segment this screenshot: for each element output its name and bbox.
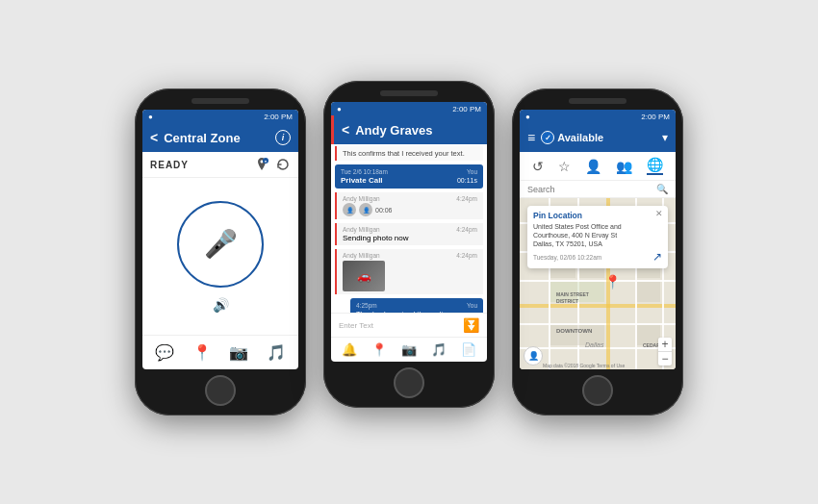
svg-text:MAIN STREET: MAIN STREET [556, 291, 589, 297]
photo-thumbnail[interactable]: 🚗 [343, 261, 385, 291]
info-icon-1[interactable]: i [275, 130, 291, 145]
audio-icon[interactable]: 🎵 [267, 343, 286, 362]
svg-rect-5 [520, 280, 676, 282]
volume-icon[interactable]: 🔊 [213, 297, 229, 313]
svg-rect-7 [520, 323, 676, 325]
map-avatar-icon: 👤 [528, 351, 539, 361]
system-msg: This confirms that I received your text. [335, 146, 483, 161]
scroll-down-icon[interactable]: ⏬ [463, 317, 479, 333]
status-time-2: 2:00 PM [452, 105, 481, 113]
audio-duration: 00:06 [375, 207, 393, 214]
map-view[interactable]: MAIN STREET DISTRICT DOWNTOWN Dallas CED… [520, 198, 676, 369]
back-button-2[interactable]: < [342, 122, 349, 138]
call-sender: You [467, 168, 477, 175]
chat-icon[interactable]: 💬 [155, 343, 174, 362]
check-icon: ✓ [541, 131, 554, 144]
chat-input-bar: Enter Text ⏬ [331, 313, 487, 337]
text-msg: Andy Milligan 4:24pm Sending photo now [335, 223, 483, 245]
back-button-1[interactable]: < [150, 130, 158, 145]
doc-icon[interactable]: 📄 [461, 342, 476, 357]
phone-3: ● 2:00 PM ≡ ✓ Available ▾ ↺ ☆ 👤 👥 🌐 [512, 88, 683, 416]
pin-popup: ✕ Pin Location United States Post Office… [527, 206, 668, 268]
text-content: Sending photo now [343, 234, 477, 242]
private-call-msg: Tue 2/6 10:18am You Private Call 00:11s [335, 164, 483, 189]
phone-1-title: Central Zone [164, 131, 269, 145]
location-pin-icon[interactable]: ● [254, 157, 269, 172]
phone-3-screen: ● 2:00 PM ≡ ✓ Available ▾ ↺ ☆ 👤 👥 🌐 [520, 110, 676, 369]
phone-top-notch [192, 98, 249, 104]
refresh-icon[interactable] [275, 157, 291, 172]
svg-text:DOWNTOWN: DOWNTOWN [556, 328, 592, 334]
status-bar-1: ● 2:00 PM [142, 110, 298, 123]
map-header: ≡ ✓ Available ▾ [520, 123, 676, 152]
call-date: Tue 2/6 10:18am [341, 168, 388, 175]
phone-1-home-btn[interactable] [205, 375, 236, 406]
available-label: Available [557, 132, 603, 143]
svg-text:Dallas: Dallas [585, 341, 604, 348]
mic-icon: 🎤 [204, 228, 238, 260]
status-bar-2: ● 2:00 PM [331, 102, 487, 115]
phone-2-notch [380, 90, 438, 96]
camera-icon[interactable]: 📷 [229, 343, 248, 362]
phone-2-home-btn[interactable] [394, 367, 424, 398]
svg-rect-6 [520, 304, 676, 308]
chat-title: Andy Graves [355, 123, 479, 138]
available-badge: ✓ Available [541, 131, 603, 144]
phone-3-notch [569, 98, 626, 104]
svg-rect-22 [637, 282, 660, 302]
chat-camera-icon[interactable]: 📷 [401, 342, 417, 357]
you-msg: 4:25pm You Thanks. I received the audio … [350, 298, 483, 313]
audio-avatar: 👤 [343, 203, 356, 216]
ready-icons: ● [254, 157, 291, 172]
photo-icon: 🚗 [357, 269, 371, 283]
network-icon[interactable]: 🌐 [647, 157, 663, 175]
photo-sender: Andy Milligan [343, 252, 380, 259]
audio-sender: Andy Milligan [343, 195, 380, 202]
map-zoom-controls: + − [658, 338, 672, 365]
phone-1-screen: ● 2:00 PM < Central Zone i READY ● [142, 110, 298, 369]
chat-audio-icon[interactable]: 🎵 [431, 342, 447, 357]
phone-1-header: < Central Zone i [142, 123, 298, 152]
phone-3-home-btn[interactable] [582, 375, 613, 406]
phone-2: ● 2:00 PM < Andy Graves This confirms th… [323, 81, 495, 408]
map-avatar-button[interactable]: 👤 [524, 346, 543, 365]
audio-time: 4:24pm [456, 195, 477, 202]
chat-input-placeholder[interactable]: Enter Text [339, 321, 459, 330]
history-icon[interactable]: ↺ [532, 159, 544, 174]
popup-close-icon[interactable]: ✕ [655, 209, 663, 218]
call-duration: 00:11s [457, 177, 477, 184]
audio-avatar-2: 👤 [359, 203, 372, 216]
search-bar: 🔍 [520, 181, 676, 198]
status-bar-3: ● 2:00 PM [520, 110, 676, 123]
status-time-1: 2:00 PM [264, 113, 293, 121]
group-icon[interactable]: 👥 [616, 159, 632, 174]
chevron-down-icon[interactable]: ▾ [662, 131, 668, 144]
text-sender: Andy Milligan [343, 226, 380, 233]
svg-text:📍: 📍 [604, 274, 622, 290]
zoom-out-button[interactable]: − [658, 352, 672, 365]
you-time: 4:25pm [356, 302, 377, 309]
phone-1-toolbar: 💬 📍 📷 🎵 [142, 335, 298, 369]
search-icon[interactable]: 🔍 [656, 184, 668, 194]
pin-popup-title: Pin Location [533, 211, 662, 220]
star-icon[interactable]: ☆ [558, 159, 571, 174]
search-input[interactable] [527, 185, 652, 194]
hamburger-icon[interactable]: ≡ [527, 130, 535, 145]
pin-popup-date: Tuesday, 02/06 10:22am ↗ [533, 250, 662, 264]
ready-label: READY [150, 160, 189, 170]
audio-msg: Andy Milligan 4:24pm 👤 👤 00:06 [335, 192, 483, 219]
call-label: Private Call [341, 176, 383, 185]
share-icon[interactable]: ↗ [652, 250, 662, 264]
svg-text:DISTRICT: DISTRICT [556, 298, 578, 304]
pin-date-text: Tuesday, 02/06 10:22am [533, 254, 601, 261]
ptt-body: 🎤 🔊 [142, 178, 298, 335]
ptt-mic-button[interactable]: 🎤 [177, 201, 264, 288]
chat-location-icon[interactable]: 📍 [371, 342, 387, 357]
map-icon[interactable]: 📍 [192, 343, 212, 362]
person-icon[interactable]: 👤 [585, 159, 601, 174]
status-signal: ● [148, 113, 153, 121]
bell-icon[interactable]: 🔔 [342, 342, 357, 357]
status-time-3: 2:00 PM [641, 113, 670, 121]
phone-1: ● 2:00 PM < Central Zone i READY ● [135, 88, 306, 416]
zoom-in-button[interactable]: + [658, 338, 672, 351]
